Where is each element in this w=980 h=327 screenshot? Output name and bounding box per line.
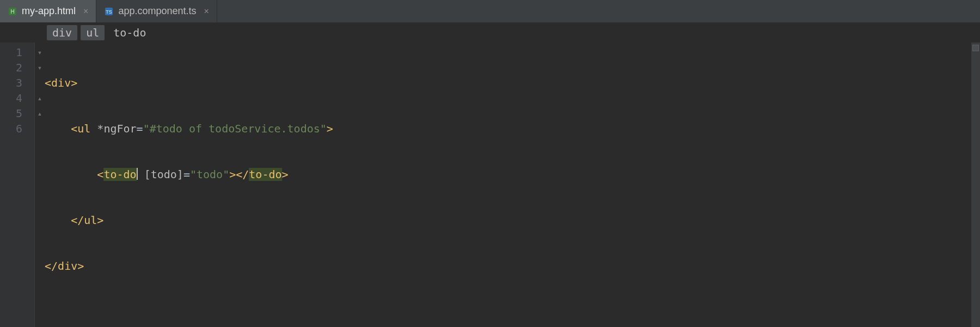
code-editor[interactable]: 1 2 3 4 5 6 ▾ ▾ ▴ ▴ <div> <ul *ngFor="#t… (0, 43, 980, 327)
fold-close-icon[interactable]: ▴ (35, 106, 45, 121)
code-line-current: <to-do [todo]="todo"></to-do> (45, 167, 980, 182)
fold-none (35, 121, 45, 136)
code-line: </ul> (45, 213, 980, 228)
fold-close-icon[interactable]: ▴ (35, 90, 45, 106)
fold-gutter: ▾ ▾ ▴ ▴ (35, 43, 45, 327)
tab-app-component-ts[interactable]: TS app.component.ts × (96, 0, 217, 22)
fold-none (35, 75, 45, 90)
inspection-summary-icon[interactable] (972, 45, 979, 51)
line-number: 2 (0, 60, 22, 75)
breadcrumb-item[interactable]: ul (81, 25, 105, 40)
matched-open-tag: to-do (103, 168, 136, 181)
breadcrumb-item[interactable]: div (47, 25, 77, 40)
fold-open-icon[interactable]: ▾ (35, 45, 45, 60)
fold-open-icon[interactable]: ▾ (35, 60, 45, 75)
line-number: 3 (0, 75, 22, 90)
line-number-gutter: 1 2 3 4 5 6 (0, 43, 35, 327)
code-line (45, 304, 980, 319)
tab-my-app-html[interactable]: H my-app.html × (0, 0, 96, 22)
svg-text:TS: TS (106, 9, 113, 15)
close-icon[interactable]: × (83, 7, 88, 16)
tab-label: my-app.html (22, 5, 76, 17)
error-stripe[interactable] (971, 43, 980, 327)
svg-text:H: H (10, 9, 14, 15)
tab-bar: H my-app.html × TS app.component.ts × (0, 0, 980, 23)
line-number: 4 (0, 90, 22, 106)
code-line: </div> (45, 258, 980, 274)
html-file-icon: H (8, 7, 17, 16)
code-line: <ul *ngFor="#todo of todoService.todos"> (45, 121, 980, 136)
line-number: 1 (0, 45, 22, 60)
matched-close-tag: to-do (249, 168, 281, 181)
code-content[interactable]: <div> <ul *ngFor="#todo of todoService.t… (45, 43, 980, 327)
breadcrumb-item[interactable]: to-do (108, 25, 151, 40)
text-caret (137, 168, 138, 181)
breadcrumb: div ul to-do (0, 23, 980, 43)
close-icon[interactable]: × (204, 7, 209, 16)
code-line: <div> (45, 75, 980, 90)
line-number: 5 (0, 106, 22, 121)
tab-label: app.component.ts (118, 5, 196, 17)
ts-file-icon: TS (104, 7, 114, 16)
line-number: 6 (0, 121, 22, 136)
